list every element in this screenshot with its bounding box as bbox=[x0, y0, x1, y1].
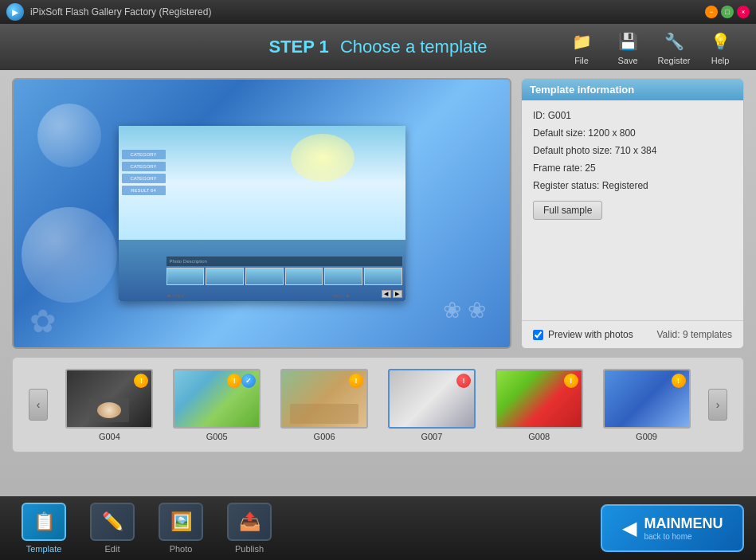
thumb-prev-button[interactable]: ‹ bbox=[29, 389, 48, 421]
thumb-badge-g008: ! bbox=[564, 374, 578, 388]
mainmenu-text: MAINMENU back to home bbox=[644, 515, 723, 541]
step-number: STEP 1 bbox=[268, 37, 328, 57]
photo-description-bar: Photo Description bbox=[166, 257, 402, 266]
thumb-badge-g004: ! bbox=[134, 374, 148, 388]
tab-publish-icon: 📤 bbox=[239, 511, 260, 532]
minimize-button[interactable]: − bbox=[705, 6, 718, 18]
preview-panel: CATEGORY CATEGORY CATEGORY RESULT 64 bbox=[12, 78, 511, 349]
orb-decoration bbox=[37, 104, 101, 167]
step-title: STEP 1 Choose a template bbox=[268, 37, 487, 57]
thumb-label-g007: G007 bbox=[421, 432, 442, 441]
thumb-img-g007: ! bbox=[388, 369, 476, 429]
app-title: iPixSoft Flash Gallery Factory (Register… bbox=[30, 6, 211, 18]
preview-with-photos-label[interactable]: Preview with photos bbox=[533, 329, 633, 340]
thumb-label-g008: G008 bbox=[528, 432, 550, 441]
file-icon: 📁 bbox=[567, 29, 596, 53]
preview-with-photos-checkbox[interactable] bbox=[533, 330, 543, 340]
tab-edit-icon: ✏️ bbox=[102, 511, 123, 532]
thumb-badge-g006: ! bbox=[349, 374, 363, 388]
app-icon: ▶ bbox=[6, 3, 24, 21]
tab-edit-icon-wrapper: ✏️ bbox=[90, 503, 135, 541]
full-sample-button[interactable]: Full sample bbox=[533, 201, 602, 220]
preview-thumb-1 bbox=[166, 268, 205, 285]
thumb-content-g004 bbox=[89, 398, 129, 422]
file-button[interactable]: 📁 File bbox=[562, 29, 601, 65]
preview-sidebar: CATEGORY CATEGORY CATEGORY RESULT 64 bbox=[122, 150, 166, 195]
preview-thumb-2 bbox=[206, 268, 244, 285]
tab-edit[interactable]: ✏️ Edit bbox=[80, 503, 144, 554]
window-controls: − □ × bbox=[705, 6, 750, 18]
thumb-badge-g005b: ! bbox=[227, 374, 241, 388]
mainmenu-button[interactable]: ◀ MAINMENU back to home bbox=[601, 504, 744, 552]
mainmenu-arrow-icon: ◀ bbox=[622, 517, 637, 539]
info-footer: Preview with photos Valid: 9 templates bbox=[522, 320, 743, 348]
thumb-label-g004: G004 bbox=[99, 432, 120, 441]
thumb-img-g006: ! bbox=[280, 369, 368, 429]
thumb-img-g008: ! bbox=[496, 369, 583, 429]
preview-nav: ◀ PREVNEXT ▶ bbox=[166, 292, 351, 298]
bottom-tabs: 📋 Template ✏️ Edit 🖼️ Photo bbox=[12, 503, 281, 554]
tab-template[interactable]: 📋 Template bbox=[12, 503, 76, 554]
orb-decoration-2 bbox=[22, 207, 117, 303]
sidebar-cat2: CATEGORY bbox=[122, 162, 166, 171]
template-preview-inner: CATEGORY CATEGORY CATEGORY RESULT 64 bbox=[119, 126, 405, 301]
save-button[interactable]: 💾 Save bbox=[608, 29, 648, 65]
thumb-img-g005: ✓ ! bbox=[173, 369, 260, 429]
tab-edit-label: Edit bbox=[105, 544, 120, 554]
tab-publish-label: Publish bbox=[235, 544, 264, 554]
register-button[interactable]: 🔧 Register bbox=[654, 29, 694, 65]
tab-template-icon-wrapper: 📋 bbox=[22, 503, 66, 541]
register-icon: 🔧 bbox=[660, 29, 688, 53]
playback-controls: ◀ ▶ bbox=[382, 290, 402, 298]
tab-photo-icon-wrapper: 🖼️ bbox=[159, 503, 203, 541]
tab-template-label: Template bbox=[26, 544, 62, 554]
mainmenu-label: MAINMENU bbox=[644, 515, 723, 532]
thumb-next-button[interactable]: › bbox=[708, 389, 727, 421]
register-status: Register status: Registered bbox=[533, 180, 732, 191]
info-panel: Template information ID: G001 Default si… bbox=[521, 78, 744, 349]
toolbar-buttons: 📁 File 💾 Save 🔧 Register 💡 Help bbox=[562, 29, 740, 65]
tab-publish[interactable]: 📤 Publish bbox=[217, 503, 281, 554]
file-label: File bbox=[574, 56, 589, 65]
thumb-sofa bbox=[290, 404, 358, 424]
preview-thumb-4 bbox=[285, 268, 323, 285]
register-label: Register bbox=[658, 56, 691, 65]
help-icon: 💡 bbox=[706, 29, 734, 53]
tab-photo[interactable]: 🖼️ Photo bbox=[149, 503, 213, 554]
thumb-badge-g005: ✓ bbox=[241, 374, 256, 388]
bottom-bar: 📋 Template ✏️ Edit 🖼️ Photo bbox=[0, 496, 756, 560]
content-area: CATEGORY CATEGORY CATEGORY RESULT 64 bbox=[0, 70, 756, 496]
thumbnails-section: ‹ ! G004 ✓ ! bbox=[12, 357, 744, 452]
thumb-label-g006: G006 bbox=[314, 432, 335, 441]
thumbnail-g004[interactable]: ! G004 bbox=[65, 369, 153, 441]
thumbnail-g009[interactable]: ! G009 bbox=[603, 369, 691, 441]
help-button[interactable]: 💡 Help bbox=[700, 29, 740, 65]
thumbnail-g006[interactable]: ! G006 bbox=[280, 369, 368, 441]
template-id: ID: G001 bbox=[533, 110, 732, 121]
preview-thumb-5 bbox=[324, 268, 362, 285]
sidebar-cat3: CATEGORY bbox=[122, 174, 166, 183]
toolbar: STEP 1 Choose a template 📁 File 💾 Save 🔧… bbox=[0, 24, 756, 70]
mainmenu-sublabel: back to home bbox=[644, 532, 723, 541]
thumbnail-g005[interactable]: ✓ ! G005 bbox=[173, 369, 260, 441]
preview-thumb-6 bbox=[364, 268, 402, 285]
preview-thumb-3 bbox=[245, 268, 284, 285]
maximize-button[interactable]: □ bbox=[721, 6, 734, 18]
sidebar-result: RESULT 64 bbox=[122, 186, 166, 195]
help-label: Help bbox=[711, 56, 730, 65]
tab-template-icon: 📋 bbox=[33, 511, 55, 532]
upper-section: CATEGORY CATEGORY CATEGORY RESULT 64 bbox=[12, 78, 744, 349]
thumbs-container: ! G004 ✓ ! G005 bbox=[48, 369, 708, 441]
step-subtitle: Choose a template bbox=[340, 37, 488, 57]
info-header: Template information bbox=[522, 79, 743, 100]
thumb-badge-g007: ! bbox=[456, 374, 471, 388]
thumbnail-g008[interactable]: ! G008 bbox=[496, 369, 583, 441]
frame-rate: Frame rate: 25 bbox=[533, 163, 732, 174]
default-size: Default size: 1200 x 800 bbox=[533, 127, 732, 139]
save-icon: 💾 bbox=[613, 29, 642, 53]
close-button[interactable]: × bbox=[737, 6, 750, 18]
tab-publish-icon-wrapper: 📤 bbox=[227, 503, 272, 541]
tab-photo-label: Photo bbox=[170, 544, 193, 554]
thumbnail-g007[interactable]: ! G007 bbox=[388, 369, 476, 441]
main-container: STEP 1 Choose a template 📁 File 💾 Save 🔧… bbox=[0, 24, 756, 560]
